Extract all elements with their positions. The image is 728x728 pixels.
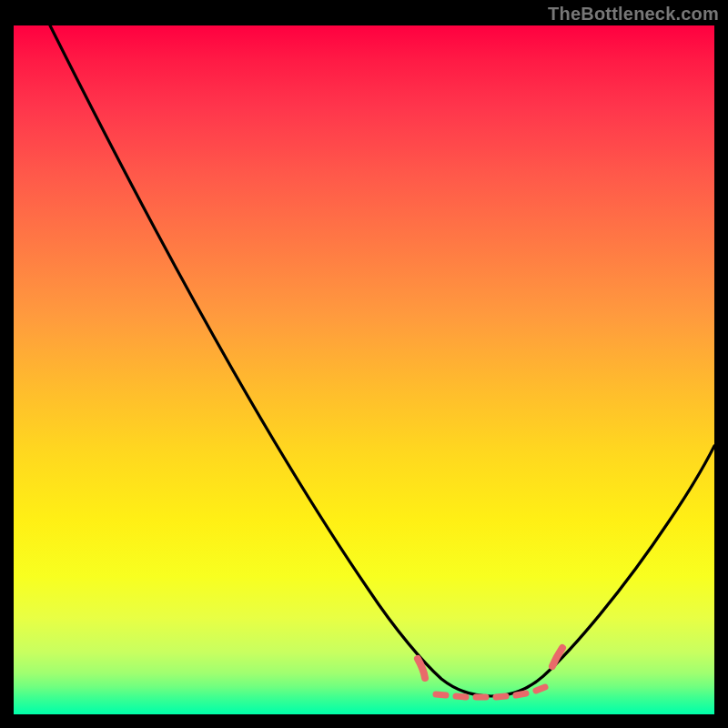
optimal-zone-right-mark [552,648,562,666]
chart-svg [14,25,714,714]
svg-line-5 [536,687,545,691]
svg-line-3 [496,696,506,697]
plot-area [14,25,714,714]
svg-line-0 [436,694,446,695]
bottleneck-curve [50,25,714,696]
svg-line-4 [516,693,526,695]
chart-container: TheBottleneck.com [0,0,728,728]
svg-line-1 [456,696,466,697]
watermark-text: TheBottleneck.com [548,4,719,25]
